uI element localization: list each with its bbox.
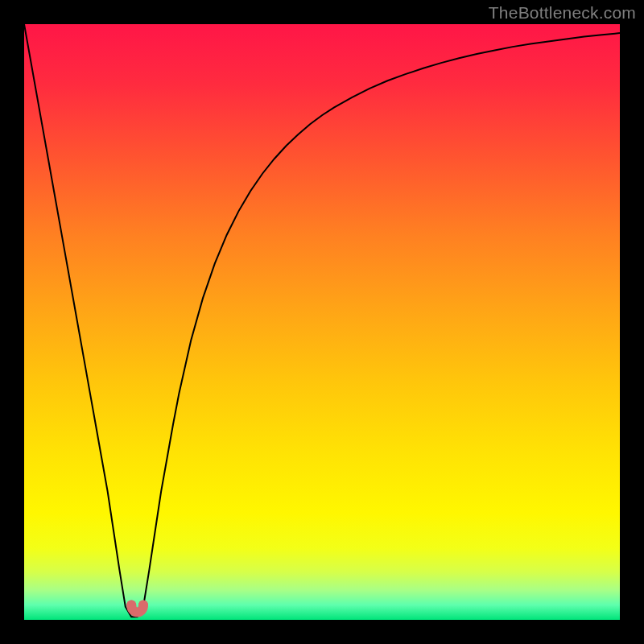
- chart-frame: TheBottleneck.com: [0, 0, 644, 644]
- attribution-label: TheBottleneck.com: [489, 3, 636, 23]
- bottleneck-curve-chart: [24, 24, 620, 620]
- plot-area: [24, 24, 620, 620]
- min-marker-right: [138, 601, 148, 610]
